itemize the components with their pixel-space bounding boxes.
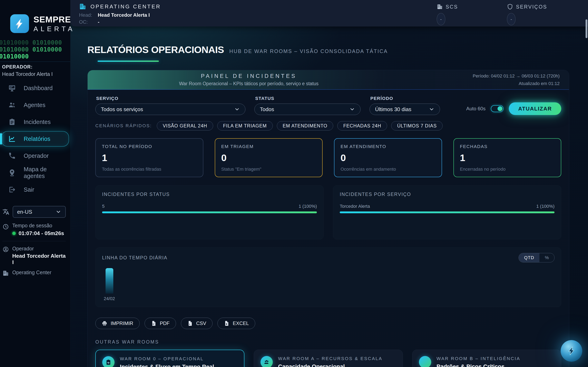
map-pin-icon (8, 169, 16, 176)
kpi-label: EM TRIAGEM (221, 144, 316, 149)
kpi-value: 0 (341, 152, 435, 163)
footer-oc-label: Operating Center (12, 269, 52, 275)
matrix-line: 01010000 (0, 53, 29, 60)
scs-badge: - (437, 13, 445, 25)
quick-scenarios-label: CENÁRIOS RÁPIDOS: (95, 123, 152, 128)
auto-refresh-toggle[interactable] (491, 105, 503, 112)
matrix-line: 01010000 (0, 39, 29, 46)
kpi-label: TOTAL NO PERÍODO (102, 144, 197, 149)
sidebar-item-label: Mapa de agentes (24, 166, 69, 179)
war-room-title: Capacidade Operacional (278, 363, 392, 367)
exports-row: IMPRIMIR PDF CSV EXCEL (95, 318, 561, 329)
sidebar-menu-item[interactable]: Agentes (1, 97, 69, 113)
service-filter-label: SERVIÇO (96, 96, 245, 101)
export-button[interactable]: CSV (181, 318, 213, 329)
scs-label: SCS (446, 4, 458, 10)
export-button[interactable]: IMPRIMIR (95, 318, 140, 329)
session-time: 01:07:04 - 05m26s (18, 230, 64, 236)
scenario-chip[interactable]: EM ATENDIMENTO (277, 121, 333, 131)
footer-operator-label: Operador (12, 246, 66, 252)
war-room-card[interactable]: WAR ROOM B – INTELIGÊNCIA Padrões & Pico… (412, 350, 561, 367)
printer-icon (102, 320, 107, 326)
war-room-eyebrow: WAR ROOM 0 – OPERACIONAL (120, 356, 234, 361)
toggle-percent[interactable]: % (539, 253, 554, 262)
scrollbar-thumb[interactable] (586, 19, 587, 38)
page-head: RELATÓRIOS OPERACIONAIS HUB DE WAR ROOMS… (87, 44, 588, 62)
brand: SEMPRE ALERTA (0, 0, 70, 33)
binary-matrix: 01010000 01010000 01010000 01010000 0101… (0, 39, 70, 60)
war-room-card[interactable]: WAR ROOM A – RECURSOS & ESCALA Capacidad… (254, 350, 403, 367)
war-room-avatar (419, 356, 431, 367)
war-room-card[interactable]: WAR ROOM 0 – OPERACIONAL Incidentes & Fl… (95, 350, 244, 367)
timeline-unit-toggle: QTD % (519, 253, 554, 262)
kpi-caption: Status "Em triagem" (221, 167, 316, 172)
toggle-knob (498, 106, 502, 111)
session-row: Tempo de sessão 01:07:04 - 05m26s (2, 223, 66, 236)
sidebar-item-label: Dashboard (24, 85, 53, 92)
service-bar (340, 211, 554, 213)
language-select[interactable]: en-US (13, 206, 66, 218)
chevron-down-icon (56, 209, 61, 215)
translate-icon (2, 208, 9, 215)
toggle-qtd[interactable]: QTD (519, 253, 539, 262)
kpi-value: 1 (460, 152, 555, 163)
kpi-value: 1 (102, 152, 197, 163)
active-accent-bar (0, 133, 2, 145)
clock-icon (2, 224, 9, 230)
bolt-icon (13, 17, 26, 30)
panel-title: PAINEL DE INCIDENTES (179, 73, 319, 79)
head-label: Head: (79, 12, 98, 18)
timeline-bar-label: 24/02 (104, 296, 115, 301)
sidebar-menu: Dashboard Agentes Incidentes Relatórios (0, 80, 70, 197)
brand-line1: SEMPRE (34, 15, 75, 24)
sidebar-menu-item[interactable]: Sair (1, 182, 69, 197)
service-select[interactable]: Todos os serviços (95, 104, 245, 115)
scenario-chip[interactable]: ÚLTIMOS 7 DIAS (391, 121, 443, 131)
clipboard-pulse-icon (102, 356, 114, 367)
sidebar-menu-item[interactable]: Dashboard (1, 80, 69, 96)
matrix-line: 01010000 (33, 39, 62, 46)
auto-refresh-label: Auto 60s (466, 106, 485, 111)
servicos-group: SERVIÇOS - (507, 4, 547, 26)
matrix-line: 01010000 (33, 46, 62, 53)
refresh-button[interactable]: ATUALIZAR (509, 102, 561, 115)
status-filter-label: STATUS (255, 96, 361, 101)
status-select-value: Todos (260, 106, 274, 113)
language-value: en-US (17, 209, 32, 215)
scenario-chip[interactable]: FECHADAS 24H (337, 121, 387, 131)
sidebar-menu-item[interactable]: Mapa de agentes (1, 165, 69, 180)
sidebar-item-label: Agentes (24, 102, 45, 108)
bar-row-value: 1 (100%) (299, 204, 317, 209)
kpi-card: TOTAL NO PERÍODO 1 Todas as ocorrências … (95, 138, 203, 177)
incidents-by-service-card: INCIDENTES POR SERVIÇO Torcedor Alerta 1… (333, 185, 561, 239)
kpi-caption: Ocorrências em andamento (341, 167, 435, 172)
page-title: RELATÓRIOS OPERACIONAIS (87, 44, 224, 55)
oc-value: - (98, 19, 161, 25)
dashboard-icon (8, 84, 16, 92)
sidebar-menu-item[interactable]: Relatórios (1, 131, 69, 147)
scenario-chip[interactable]: FILA EM TRIAGEM (217, 121, 273, 131)
service-select-value: Todos os serviços (101, 106, 143, 113)
export-button-label: PDF (160, 320, 170, 326)
topbar: OPERATING CENTER Head: Head Torcedor Ale… (70, 0, 588, 26)
period-select-value: Últimos 30 dias (375, 106, 411, 113)
kpi-label: EM ATENDIMENTO (341, 144, 435, 149)
sidebar-item-label: Operador (24, 152, 49, 159)
chevron-down-icon (234, 106, 240, 112)
sidebar: SEMPRE ALERTA 01010000 01010000 01010000… (0, 0, 70, 367)
period-select[interactable]: Últimos 30 dias (370, 104, 440, 115)
brand-fab-button[interactable] (561, 340, 582, 362)
export-button[interactable]: EXCEL (217, 318, 255, 329)
status-select[interactable]: Todos (254, 104, 361, 115)
export-button[interactable]: PDF (145, 318, 176, 329)
sidebar-menu-item[interactable]: Incidentes (1, 114, 69, 130)
head-value: Head Torcedor Alerta I (98, 12, 161, 18)
sidebar-menu-item[interactable]: Operador (1, 148, 69, 164)
building-icon (79, 3, 86, 10)
other-war-rooms-label: OUTRAS WAR ROOMS (95, 339, 561, 345)
war-rooms-row: WAR ROOM 0 – OPERACIONAL Incidentes & Fl… (95, 350, 561, 367)
scenario-chip[interactable]: VISÃO GERAL 24H (157, 121, 213, 131)
sidebar-item-label: Incidentes (24, 119, 51, 125)
building-icon (437, 4, 443, 10)
topbar-title: OPERATING CENTER (90, 3, 161, 10)
